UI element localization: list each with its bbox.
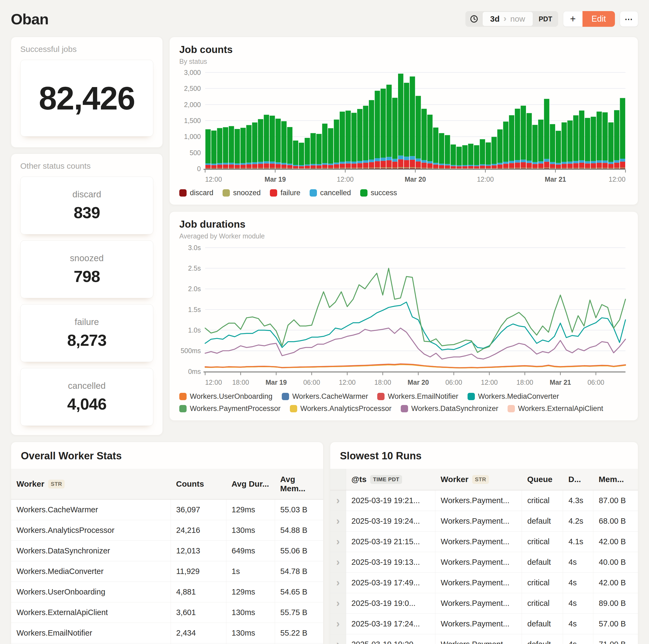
stats-column: Successful jobs 82,426 Other status coun… bbox=[11, 37, 163, 435]
expand-row-chevron-icon[interactable]: › bbox=[336, 557, 340, 567]
legend-item-success[interactable]: success bbox=[360, 189, 397, 197]
table-cell: 55.03 B bbox=[275, 499, 323, 520]
expand-row-cell: › bbox=[330, 552, 346, 572]
table-cell: 11,929 bbox=[171, 561, 226, 582]
legend-label: Workers.ExternalApiClient bbox=[518, 405, 603, 413]
expand-row-chevron-icon[interactable]: › bbox=[336, 578, 340, 588]
svg-text:0ms: 0ms bbox=[188, 368, 201, 375]
table-cell: Workers.MediaConverter bbox=[11, 561, 171, 582]
legend-item-Workers.UserOnboarding[interactable]: Workers.UserOnboarding bbox=[179, 392, 272, 401]
job-counts-title: Job counts bbox=[179, 44, 628, 55]
job-counts-subtitle: By status bbox=[179, 58, 628, 65]
legend-label: Workers.DataSynchronizer bbox=[411, 405, 499, 413]
legend-label: Workers.CacheWarmer bbox=[292, 392, 368, 401]
timezone-label[interactable]: PDT bbox=[533, 11, 558, 27]
legend-item-Workers.AnalyticsProcessor[interactable]: Workers.AnalyticsProcessor bbox=[290, 405, 392, 413]
job-durations-legend: Workers.UserOnboardingWorkers.CacheWarme… bbox=[179, 392, 628, 413]
svg-text:500ms: 500ms bbox=[181, 347, 201, 355]
expand-row-chevron-icon[interactable]: › bbox=[336, 598, 340, 608]
column-header-@ts[interactable]: @tsTIME PDT bbox=[346, 469, 435, 490]
column-header-Worker[interactable]: WorkerSTR bbox=[11, 469, 171, 499]
svg-text:1,000: 1,000 bbox=[184, 133, 201, 140]
svg-text:06:00: 06:00 bbox=[303, 378, 320, 386]
table-cell: 55.06 B bbox=[275, 541, 323, 561]
job-counts-chart[interactable]: 05001,0001,5002,0002,5003,00012:00Mar 19… bbox=[179, 69, 628, 185]
legend-label: snoozed bbox=[233, 189, 261, 197]
column-header-D...[interactable]: D... bbox=[563, 469, 593, 490]
successful-jobs-panel: Successful jobs 82,426 bbox=[11, 37, 163, 148]
legend-swatch bbox=[179, 393, 186, 400]
table-row: Workers.UserOnboarding4,881129ms54.65 B bbox=[11, 582, 323, 602]
column-header-label: Worker bbox=[16, 479, 44, 488]
table-cell: Workers.Payment... bbox=[435, 532, 522, 552]
legend-swatch bbox=[468, 393, 475, 400]
legend-item-Workers.EmailNotifier[interactable]: Workers.EmailNotifier bbox=[377, 392, 458, 401]
table-cell: 68.00 B bbox=[593, 511, 638, 532]
job-durations-chart[interactable]: 0ms500ms1.0s1.5s2.0s2.5s3.0s12:0018:00Ma… bbox=[179, 243, 628, 388]
table-cell: 130ms bbox=[226, 623, 275, 643]
table-cell: default bbox=[522, 552, 563, 572]
svg-text:500: 500 bbox=[189, 149, 201, 156]
expand-row-chevron-icon[interactable]: › bbox=[336, 537, 340, 547]
time-range-to: now bbox=[510, 14, 525, 24]
legend-swatch bbox=[223, 189, 230, 196]
table-cell: 2025-03-19 19:21... bbox=[346, 490, 435, 511]
expand-row-chevron-icon[interactable]: › bbox=[336, 639, 340, 644]
table-cell: 55.22 B bbox=[275, 623, 323, 643]
column-header-Counts[interactable]: Counts bbox=[171, 469, 226, 499]
legend-item-Workers.MediaConverter[interactable]: Workers.MediaConverter bbox=[468, 392, 559, 401]
legend-swatch bbox=[270, 189, 277, 196]
table-row: Workers.CacheWarmer36,097129ms55.03 B bbox=[11, 499, 323, 520]
table-cell: 4.3s bbox=[563, 490, 593, 511]
column-header-label: Counts bbox=[176, 479, 204, 488]
column-header-Avg Dur...[interactable]: Avg Dur... bbox=[226, 469, 275, 499]
status-card-cancelled: cancelled4,046 bbox=[20, 368, 153, 426]
legend-label: Workers.MediaConverter bbox=[478, 392, 559, 401]
legend-item-Workers.ExternalApiClient[interactable]: Workers.ExternalApiClient bbox=[508, 405, 603, 413]
time-range-display[interactable]: 3d › now bbox=[483, 12, 533, 26]
legend-swatch bbox=[401, 405, 408, 412]
expand-row-chevron-icon[interactable]: › bbox=[336, 618, 340, 629]
expand-row-chevron-icon[interactable]: › bbox=[336, 495, 340, 506]
table-cell: critical bbox=[522, 490, 563, 511]
table-cell: 4s bbox=[563, 552, 593, 572]
legend-item-Workers.CacheWarmer[interactable]: Workers.CacheWarmer bbox=[282, 392, 368, 401]
svg-text:1.0s: 1.0s bbox=[188, 326, 201, 334]
table-row: Workers.AnalyticsProcessor24,216130ms54.… bbox=[11, 520, 323, 541]
time-range-picker[interactable]: 3d › now PDT bbox=[465, 11, 558, 27]
legend-item-failure[interactable]: failure bbox=[270, 189, 300, 197]
column-header-label: Queue bbox=[527, 475, 553, 484]
main-grid: Successful jobs 82,426 Other status coun… bbox=[11, 37, 638, 435]
status-cards: discard839snoozed798failure8,273cancelle… bbox=[20, 177, 153, 426]
svg-text:06:00: 06:00 bbox=[587, 378, 604, 386]
add-button[interactable]: + bbox=[563, 11, 582, 27]
table-cell: Workers.CacheWarmer bbox=[11, 499, 171, 520]
expand-row-cell: › bbox=[330, 532, 346, 552]
top-bar: Oban 3d › now PDT + Edit ⋯ bbox=[11, 8, 638, 30]
legend-item-Workers.PaymentProcessor[interactable]: Workers.PaymentProcessor bbox=[179, 405, 281, 413]
svg-text:12:00: 12:00 bbox=[339, 378, 356, 386]
more-menu-button[interactable]: ⋯ bbox=[620, 11, 638, 27]
column-header-Worker[interactable]: WorkerSTR bbox=[435, 469, 522, 490]
table-cell: Workers.Payment... bbox=[435, 614, 522, 634]
legend-item-discard[interactable]: discard bbox=[179, 189, 213, 197]
table-cell: Workers.ExternalApiClient bbox=[11, 602, 171, 623]
column-header-Avg Mem...[interactable]: Avg Mem... bbox=[275, 469, 323, 499]
table-cell: 4s bbox=[563, 593, 593, 614]
legend-item-cancelled[interactable]: cancelled bbox=[310, 189, 351, 197]
table-cell: Workers.UserOnboarding bbox=[11, 582, 171, 602]
table-cell: critical bbox=[522, 572, 563, 593]
job-durations-subtitle: Averaged by Worker module bbox=[179, 232, 628, 240]
column-header-Mem...[interactable]: Mem... bbox=[593, 469, 638, 490]
job-durations-title: Job durations bbox=[179, 219, 628, 230]
expand-row-chevron-icon[interactable]: › bbox=[336, 516, 340, 526]
legend-item-snoozed[interactable]: snoozed bbox=[223, 189, 261, 197]
column-header-Queue[interactable]: Queue bbox=[522, 469, 563, 490]
svg-text:12:00: 12:00 bbox=[205, 176, 222, 183]
table-cell: 130ms bbox=[226, 520, 275, 541]
table-row: ›2025-03-19 19:20...Workers.Payment...de… bbox=[330, 634, 638, 644]
table-cell: 54.65 B bbox=[275, 582, 323, 602]
edit-button[interactable]: Edit bbox=[582, 11, 615, 27]
legend-item-Workers.DataSynchronizer[interactable]: Workers.DataSynchronizer bbox=[401, 405, 499, 413]
table-cell: Workers.Payment... bbox=[435, 511, 522, 532]
